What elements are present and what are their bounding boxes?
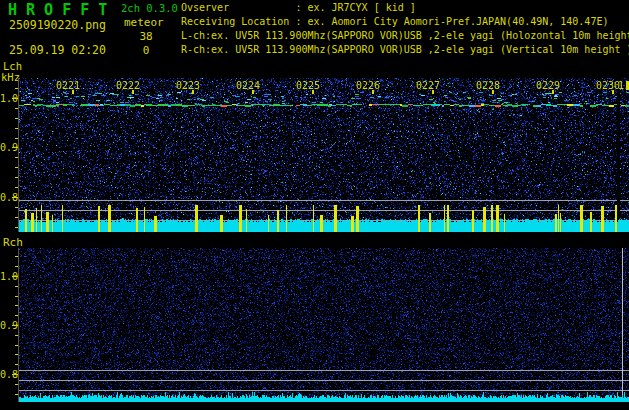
minute-tick	[132, 90, 134, 94]
lch-freq-minor-tick	[15, 167, 18, 168]
app-title: H R O F F T	[8, 3, 107, 18]
minute-tick	[492, 90, 494, 94]
minute-tick	[372, 90, 374, 94]
rch-freq-minor-tick	[15, 364, 18, 365]
time-label: 0229	[534, 80, 562, 91]
lch-freq-minor-tick	[15, 88, 18, 89]
rch-freq-minor-tick	[15, 286, 18, 287]
hrofft-screenshot: H R O F F T 2ch 0.3.0 2509190220.png met…	[0, 0, 629, 410]
rch-freq-minor-tick	[15, 266, 18, 267]
lch-freq-major-tick	[12, 98, 18, 99]
lch-axis-line	[18, 78, 19, 232]
minute-tick	[252, 90, 254, 94]
rch-freq-minor-tick	[15, 354, 18, 355]
rch-receiver-info-line: R-ch:ex. UV5R 113.900Mhz(SAPPORO VOR)USB…	[181, 45, 629, 55]
rch-freq-major-tick	[12, 374, 18, 375]
location-info-line: Receiving Location : ex. Aomori City Aom…	[181, 17, 608, 27]
rch-freq-minor-tick	[15, 256, 18, 257]
app-version: 2ch 0.3.0	[121, 3, 178, 14]
lch-freq-minor-tick	[15, 128, 18, 129]
time-label: 0221	[54, 80, 82, 91]
rch-freq-minor-tick	[15, 394, 18, 395]
time-label: 0224	[234, 80, 262, 91]
time-label: 0225	[294, 80, 322, 91]
lch-freq-major-tick	[12, 197, 18, 198]
lch-spectrogram-canvas	[19, 78, 629, 232]
datetime: 25.09.19 02:20	[9, 45, 106, 57]
time-label: 0222	[114, 80, 142, 91]
rch-freq-major-tick	[12, 276, 18, 277]
minute-tick	[72, 90, 74, 94]
minute-tick	[312, 90, 314, 94]
observer-info-line: Ovserver : ex. JR7CYX [ kid ]	[181, 3, 416, 13]
lch-receiver-info-line: L-ch:ex. UV5R 113.900Mhz(SAPPORO VOR)USB…	[181, 31, 629, 41]
time-label: 0227	[414, 80, 442, 91]
rch-freq-minor-tick	[15, 384, 18, 385]
rch-freq-minor-tick	[15, 345, 18, 346]
lch-freq-minor-tick	[15, 207, 18, 208]
rch-axis-line	[18, 248, 19, 402]
rch-panel-label: Rch	[3, 237, 23, 248]
lch-meteor-count: 38	[131, 31, 161, 42]
lch-freq-minor-tick	[15, 138, 18, 139]
lch-freq-minor-tick	[15, 108, 18, 109]
time-label: 0223	[174, 80, 202, 91]
minute-tick	[192, 90, 194, 94]
rch-freq-minor-tick	[15, 315, 18, 316]
lch-freq-minor-tick	[15, 217, 18, 218]
rch-meteor-count: 0	[131, 45, 161, 56]
time-label: 0226	[354, 80, 382, 91]
rch-freq-minor-tick	[15, 305, 18, 306]
rch-freq-minor-tick	[15, 296, 18, 297]
lch-panel-label: Lch	[3, 61, 22, 72]
rch-freq-major-tick	[12, 325, 18, 326]
lch-freq-minor-tick	[15, 118, 18, 119]
rch-spectrogram-canvas	[19, 248, 629, 402]
lch-freq-major-tick	[12, 147, 18, 148]
output-filename: 2509190220.png	[9, 20, 106, 32]
meteor-counter-label: meteor	[124, 17, 164, 28]
minute-tick	[552, 90, 554, 94]
minute-tick	[432, 90, 434, 94]
time-label: 0228	[474, 80, 502, 91]
lch-freq-minor-tick	[15, 177, 18, 178]
lch-freq-minor-tick	[15, 187, 18, 188]
lch-freq-minor-tick	[15, 157, 18, 158]
lch-freq-minor-tick	[15, 227, 18, 228]
rch-freq-minor-tick	[15, 335, 18, 336]
